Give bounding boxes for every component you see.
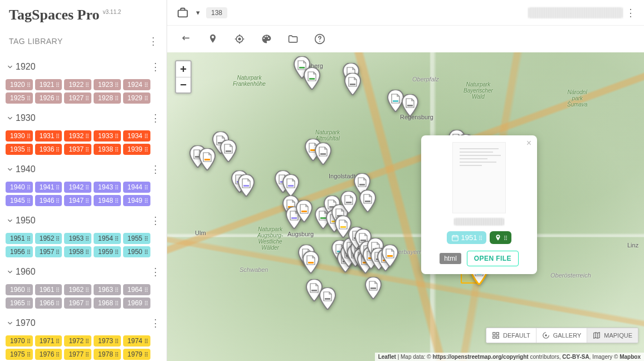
tag-group-header[interactable]: 1940⋮ [0, 159, 167, 179]
drag-handle-icon[interactable] [145, 82, 148, 87]
drag-handle-icon[interactable] [86, 287, 89, 292]
drag-handle-icon[interactable] [56, 287, 59, 292]
tag-chip[interactable]: 1936 [35, 144, 62, 155]
tag-chip[interactable]: 1953 [64, 233, 91, 244]
zoom-out-button[interactable]: − [176, 77, 191, 92]
map-marker[interactable] [295, 200, 313, 224]
drag-handle-icon[interactable] [145, 250, 148, 254]
drag-handle-icon[interactable] [115, 134, 118, 138]
drag-handle-icon[interactable] [27, 287, 30, 292]
drag-handle-icon[interactable] [86, 339, 89, 343]
drag-handle-icon[interactable] [27, 250, 30, 254]
tag-chip[interactable]: 1955 [123, 233, 150, 244]
tag-chip[interactable]: 1977 [64, 349, 91, 360]
location-picker-icon[interactable] [173, 3, 193, 23]
tag-group-header[interactable]: 1960⋮ [0, 262, 167, 282]
drag-handle-icon[interactable] [115, 96, 118, 100]
map-marker[interactable] [314, 143, 332, 167]
tag-chip[interactable]: 1963 [94, 284, 121, 295]
tag-chip[interactable]: 1926 [35, 92, 62, 104]
tag-chip[interactable]: 1923 [94, 79, 121, 90]
tag-chip[interactable]: 1976 [35, 349, 62, 360]
drag-handle-icon[interactable] [115, 352, 118, 357]
tag-chip[interactable]: 1921 [35, 79, 62, 90]
tag-chip[interactable]: 1932 [64, 130, 91, 142]
tag-group-more-icon[interactable]: ⋮ [148, 213, 163, 228]
tag-chip[interactable]: 1942 [64, 182, 91, 193]
tag-chip[interactable]: 1960 [6, 284, 33, 295]
tag-chip[interactable]: 1947 [64, 195, 91, 206]
tag-chip[interactable]: 1937 [64, 144, 91, 155]
drag-handle-icon[interactable] [86, 250, 89, 254]
drag-handle-icon[interactable] [27, 185, 30, 189]
tag-chip[interactable]: 1957 [35, 246, 62, 257]
drag-handle-icon[interactable] [56, 134, 59, 138]
tag-chip[interactable]: 1958 [64, 246, 91, 257]
drag-handle-icon[interactable] [115, 287, 118, 292]
tag-chip[interactable]: 1973 [94, 335, 121, 347]
tag-chip[interactable]: 1951 [6, 233, 33, 244]
tag-group-header[interactable]: 1930⋮ [0, 108, 167, 128]
drag-handle-icon[interactable] [56, 198, 59, 203]
drag-handle-icon[interactable] [115, 339, 118, 343]
tag-chip[interactable]: 1967 [64, 297, 91, 309]
drag-handle-icon[interactable] [115, 198, 118, 203]
map-marker[interactable] [303, 67, 321, 91]
drag-handle-icon[interactable] [86, 198, 89, 203]
popup-close-icon[interactable]: × [526, 139, 531, 148]
drag-handle-icon[interactable] [56, 339, 59, 343]
drag-handle-icon[interactable] [56, 147, 59, 152]
tag-chip[interactable]: 1938 [94, 144, 121, 155]
drag-handle-icon[interactable] [145, 352, 148, 357]
view-mapique-button[interactable]: MAPIQUE [587, 328, 638, 343]
tag-chip[interactable]: 1956 [6, 246, 33, 257]
tag-group-header[interactable]: 1920⋮ [0, 57, 167, 77]
tag-chip[interactable]: 1948 [94, 195, 121, 206]
drag-handle-icon[interactable] [115, 236, 118, 241]
tag-chip[interactable]: 1968 [94, 297, 121, 309]
tag-chip[interactable]: 1970 [6, 335, 33, 347]
drag-handle-icon[interactable] [145, 301, 148, 305]
drag-handle-icon[interactable] [56, 185, 59, 189]
pin-icon[interactable] [203, 29, 223, 49]
map-marker[interactable] [359, 190, 377, 214]
drag-handle-icon[interactable] [86, 352, 89, 357]
popup-year-tag[interactable]: 1951 [447, 231, 487, 244]
tag-group-header[interactable]: 1950⋮ [0, 211, 167, 231]
tag-chip[interactable]: 1950 [123, 246, 150, 257]
tag-chip[interactable]: 1952 [35, 233, 62, 244]
tag-chip[interactable]: 1972 [64, 335, 91, 347]
locate-icon[interactable] [230, 29, 250, 49]
drag-handle-icon[interactable] [56, 96, 59, 100]
tag-chip[interactable]: 1943 [94, 182, 121, 193]
drag-handle-icon[interactable] [145, 96, 148, 100]
drag-handle-icon[interactable] [115, 82, 118, 87]
tag-chip[interactable]: 1924 [123, 79, 150, 90]
zoom-in-button[interactable]: + [176, 61, 191, 77]
tag-chip[interactable]: 1945 [6, 195, 33, 206]
open-file-button[interactable]: OPEN FILE [467, 251, 519, 266]
drag-handle-icon[interactable] [27, 134, 30, 138]
drag-handle-icon[interactable] [27, 198, 30, 203]
attrib-cc[interactable]: CC-BY-SA [562, 354, 589, 360]
tag-chip[interactable]: 1925 [6, 92, 33, 104]
view-gallery-button[interactable]: GALLERY [536, 328, 587, 343]
drag-handle-icon[interactable] [27, 147, 30, 152]
drag-handle-icon[interactable] [27, 96, 30, 100]
map-marker[interactable] [401, 94, 419, 118]
tag-library-list[interactable]: 1920⋮19201921192219231924192519261927192… [0, 57, 167, 361]
attrib-leaflet[interactable]: Leaflet [378, 354, 396, 360]
tag-chip[interactable]: 1935 [6, 144, 33, 155]
drag-handle-icon[interactable] [86, 147, 89, 152]
drag-handle-icon[interactable] [145, 339, 148, 343]
tag-chip[interactable]: 1965 [6, 297, 33, 309]
view-default-button[interactable]: DEFAULT [486, 328, 536, 343]
drag-handle-icon[interactable] [145, 236, 148, 241]
drag-handle-icon[interactable] [86, 236, 89, 241]
tag-chip[interactable]: 1978 [94, 349, 121, 360]
tag-chip[interactable]: 1962 [64, 284, 91, 295]
tag-group-header[interactable]: 1970⋮ [0, 313, 167, 333]
tag-chip[interactable]: 1922 [64, 79, 91, 90]
map-view[interactable]: Nürnberg Regensburg Ingolstadt Augsburg … [167, 52, 644, 361]
tag-chip[interactable]: 1929 [123, 92, 150, 104]
